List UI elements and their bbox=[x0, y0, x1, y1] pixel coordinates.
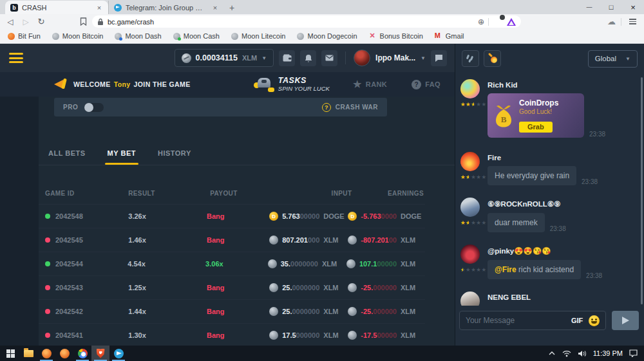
tab-all-bets[interactable]: ALL BETS bbox=[48, 142, 86, 165]
chat-message: ★★★★★★★★★★ Fire He everyday give rain 23… bbox=[460, 152, 635, 185]
windows-logo-icon bbox=[6, 349, 15, 358]
user-avatar[interactable] bbox=[354, 50, 370, 66]
chat-username[interactable]: @pinky😍😍😘😘 bbox=[488, 246, 635, 255]
input-amount: 17.5000000XLM bbox=[269, 331, 348, 340]
earnings-amount: -25.000000XLM bbox=[348, 283, 425, 292]
wifi-icon[interactable] bbox=[562, 350, 571, 357]
balance-selector[interactable]: 0.00034115 XLM bbox=[175, 49, 274, 67]
address-bar[interactable]: bc.game/crash bbox=[92, 15, 521, 28]
volume-icon[interactable] bbox=[578, 350, 587, 357]
site-header: 0.00034115 XLM Ippo Mak... bbox=[0, 44, 455, 72]
coindrop-button[interactable] bbox=[484, 50, 501, 67]
user-rating: ★★★★★★★★★★ bbox=[460, 174, 488, 180]
messages-button[interactable] bbox=[321, 50, 337, 66]
maximize-button[interactable] bbox=[600, 0, 622, 14]
pro-toggle[interactable] bbox=[84, 103, 104, 112]
shield-extension-icon[interactable] bbox=[493, 17, 503, 27]
username[interactable]: Ippo Mak... bbox=[375, 53, 415, 62]
earnings-amount: -17.500000XLM bbox=[348, 331, 425, 340]
tab-close-icon[interactable] bbox=[95, 4, 103, 12]
forward-button[interactable] bbox=[21, 17, 31, 26]
chat-scrollbar[interactable] bbox=[641, 77, 643, 304]
browser-menu-icon[interactable] bbox=[629, 19, 636, 24]
bookmark-icon[interactable] bbox=[80, 17, 87, 26]
emoji-picker-icon[interactable] bbox=[589, 315, 600, 326]
taskbar-app-1[interactable] bbox=[37, 346, 55, 361]
tab-history[interactable]: HISTORY bbox=[158, 142, 191, 165]
tab-my-bet[interactable]: MY BET bbox=[108, 142, 136, 165]
table-row[interactable]: 2042545 1.46x Bang 807.201000XLM -807.20… bbox=[39, 228, 425, 252]
table-row[interactable]: 2042543 1.25x Bang 25.0000000XLM -25.000… bbox=[39, 275, 425, 299]
tab-crash[interactable]: CRASH bbox=[5, 1, 108, 14]
notifications-button[interactable] bbox=[300, 50, 316, 66]
rain-button[interactable] bbox=[462, 50, 479, 67]
gif-button[interactable]: GIF bbox=[571, 317, 583, 324]
message-bubble: duar memek bbox=[488, 213, 545, 232]
bookmark-moon-bitcoin[interactable]: Moon Bitcoin bbox=[52, 32, 104, 40]
menu-hamburger-icon[interactable] bbox=[9, 53, 23, 63]
grab-button[interactable]: Grab bbox=[519, 122, 553, 133]
orange-app-icon bbox=[42, 349, 52, 358]
fireball-icon bbox=[488, 54, 497, 63]
close-button[interactable] bbox=[622, 0, 644, 14]
minimize-button[interactable] bbox=[578, 0, 600, 14]
user-mention[interactable]: @Fire bbox=[495, 265, 516, 274]
faq-button[interactable]: FAQ bbox=[412, 80, 440, 89]
bookmark-gmail[interactable]: Gmail bbox=[435, 32, 464, 40]
doge-coin-icon bbox=[269, 212, 278, 221]
bookmark-moon-dogecoin[interactable]: Moon Dogecoin bbox=[297, 32, 357, 40]
chat-username[interactable]: NENG EBEL bbox=[488, 293, 635, 301]
message-inputbox: GIF bbox=[459, 311, 606, 330]
taskbar-app-2[interactable] bbox=[55, 346, 73, 361]
bookmark-moon-dash[interactable]: Moon Dash bbox=[115, 32, 161, 40]
browser-toolbar: bc.game/crash bbox=[0, 14, 644, 29]
reload-button[interactable] bbox=[36, 17, 46, 26]
table-row[interactable]: 2042548 3.26x Bang 5.76300000DOGE -5.763… bbox=[39, 204, 425, 228]
file-explorer-button[interactable] bbox=[19, 346, 37, 361]
avatar[interactable] bbox=[460, 245, 480, 264]
tab-close-icon[interactable] bbox=[211, 4, 219, 12]
game-id: 2042541 bbox=[55, 331, 83, 339]
qr-code-icon[interactable] bbox=[478, 17, 484, 26]
channel-selector[interactable]: Global bbox=[588, 50, 638, 68]
tab-telegram[interactable]: Telegram: Join Group Chat bbox=[108, 1, 224, 14]
chat-message-input[interactable] bbox=[466, 316, 565, 325]
bet-tabs: ALL BETS MY BET HISTORY bbox=[39, 142, 455, 165]
bookmark-moon-litecoin[interactable]: Moon Litecoin bbox=[231, 32, 286, 40]
send-button[interactable] bbox=[612, 311, 639, 330]
chat-toggle-button[interactable] bbox=[431, 50, 447, 66]
orange-app-icon bbox=[60, 349, 70, 358]
rank-button[interactable]: RANK bbox=[353, 79, 387, 90]
table-row[interactable]: 2042541 1.30x Bang 17.5000000XLM -17.500… bbox=[39, 323, 425, 347]
action-center-icon[interactable] bbox=[629, 349, 638, 357]
bookmark-bit-fun[interactable]: Bit Fun bbox=[8, 32, 41, 40]
tasks-button[interactable]: TASKS SPIN YOUR LUCK bbox=[254, 76, 330, 92]
game-status-dot bbox=[45, 237, 50, 243]
avatar[interactable] bbox=[460, 152, 480, 171]
telegram-button[interactable] bbox=[109, 346, 128, 361]
chat-username[interactable]: Fire bbox=[488, 154, 635, 162]
tray-expand-chevron-icon[interactable] bbox=[548, 351, 556, 356]
bookmark-moon-cash[interactable]: Moon Cash bbox=[173, 32, 220, 40]
wallet-button[interactable] bbox=[279, 50, 295, 66]
taskbar-clock[interactable]: 11:39 PM bbox=[593, 349, 623, 357]
xlm-coin-icon bbox=[348, 236, 357, 245]
chevron-down-icon[interactable] bbox=[421, 55, 426, 61]
rewards-triangle-icon[interactable] bbox=[507, 18, 516, 26]
game-id: 2042548 bbox=[55, 212, 83, 220]
chat-username[interactable]: Rich Kid bbox=[488, 81, 635, 89]
crash-war-link[interactable]: CRASH WAR bbox=[322, 103, 378, 112]
table-row[interactable]: 2042542 1.44x Bang 25.0000000XLM -25.000… bbox=[39, 299, 425, 323]
chrome-button[interactable] bbox=[73, 346, 91, 361]
avatar[interactable] bbox=[460, 79, 480, 98]
new-tab-button[interactable] bbox=[224, 1, 240, 14]
brave-button[interactable] bbox=[91, 346, 109, 361]
start-button[interactable] bbox=[1, 346, 19, 361]
avatar[interactable] bbox=[460, 292, 480, 306]
back-button[interactable] bbox=[5, 17, 15, 26]
chat-username[interactable]: ⑥⑨ROCKnROLL⑥⑨ bbox=[488, 199, 635, 208]
bookmark-bonus-bitcoin[interactable]: Bonus Bitcoin bbox=[369, 32, 423, 40]
table-row[interactable]: 2042544 4.54x 3.06x 35.0000000XLM 107.10… bbox=[39, 252, 425, 275]
avatar[interactable] bbox=[460, 198, 480, 217]
sync-cloud-icon[interactable] bbox=[607, 17, 616, 26]
